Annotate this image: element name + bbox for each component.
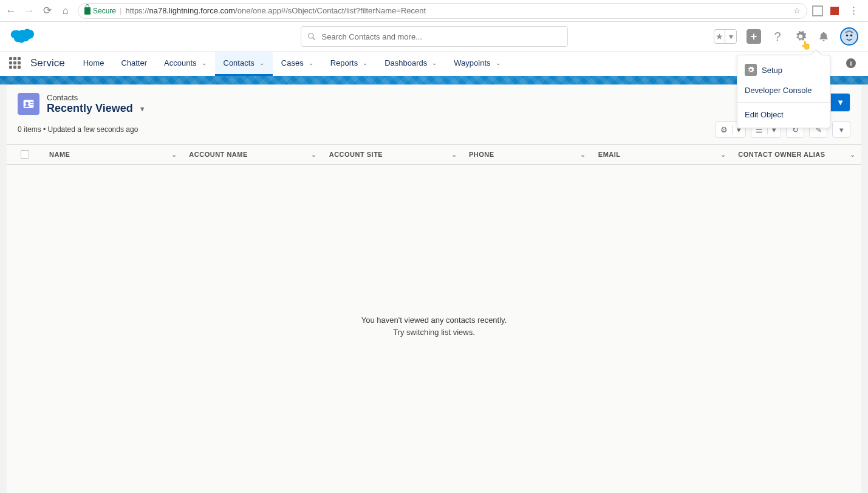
browser-url-bar[interactable]: Secure | https://na78.lightning.force.co…: [78, 3, 807, 19]
nav-item-contacts[interactable]: Contacts⌄: [215, 52, 273, 74]
setup-dropdown-menu: Setup Developer Console Edit Object: [737, 55, 830, 84]
nav-item-cases[interactable]: Cases⌄: [273, 52, 322, 74]
svg-point-4: [850, 35, 852, 36]
svg-point-3: [846, 35, 848, 36]
url-text: https://na78.lightning.force.com/one/one…: [125, 6, 426, 15]
secure-indicator: Secure: [84, 7, 116, 15]
chevron-down-icon: ▾: [725, 30, 736, 43]
lock-icon: [84, 7, 91, 15]
nav-item-home[interactable]: Home: [75, 52, 113, 74]
global-search-input[interactable]: Search Contacts and more...: [301, 26, 568, 47]
nav-info: i: [846, 52, 863, 74]
global-actions: ★▾ + ?: [714, 27, 858, 46]
browser-chrome: ← → ⟳ ⌂ Secure | https://na78.lightning.…: [0, 0, 868, 22]
cursor-pointer-icon: 👆: [801, 40, 811, 50]
browser-forward-icon[interactable]: →: [23, 5, 35, 17]
secure-label: Secure: [93, 7, 116, 15]
global-header: Search Contacts and more... ★▾ + ?: [0, 22, 868, 51]
global-add-button[interactable]: +: [747, 29, 761, 44]
browser-home-icon[interactable]: ⌂: [60, 5, 72, 17]
app-launcher-icon[interactable]: [5, 52, 24, 74]
favorites-button[interactable]: ★▾: [714, 29, 737, 44]
nav-item-waypoints[interactable]: Waypoints⌄: [445, 52, 508, 74]
chevron-down-icon[interactable]: ⌄: [309, 60, 313, 66]
menu-item-developer-console[interactable]: Developer Console: [737, 81, 830, 84]
browser-extensions: ⋮: [813, 4, 863, 17]
url-separator: |: [120, 6, 121, 15]
nav-item-accounts[interactable]: Accounts⌄: [155, 52, 214, 74]
star-icon: ★: [714, 30, 725, 43]
search-icon: [307, 32, 316, 41]
extension-tabs-icon[interactable]: [813, 7, 822, 15]
search-placeholder: Search Contacts and more...: [322, 32, 422, 41]
notifications-bell-icon[interactable]: [817, 30, 830, 43]
nav-item-dashboards[interactable]: Dashboards⌄: [376, 52, 445, 74]
browser-menu-icon[interactable]: ⋮: [847, 4, 859, 17]
nav-item-reports[interactable]: Reports⌄: [322, 52, 377, 74]
user-avatar[interactable]: [840, 27, 858, 46]
browser-back-icon[interactable]: ←: [5, 5, 17, 17]
menu-item-setup[interactable]: Setup: [737, 59, 830, 81]
chevron-down-icon[interactable]: ⌄: [363, 60, 367, 66]
extension-red-icon[interactable]: [830, 7, 839, 15]
menu-label-setup: Setup: [762, 66, 782, 75]
chevron-down-icon[interactable]: ⌄: [496, 60, 501, 66]
salesforce-logo[interactable]: [10, 28, 34, 45]
chevron-down-icon[interactable]: ⌄: [259, 60, 264, 66]
app-name: Service: [24, 52, 75, 74]
nav-item-chatter[interactable]: Chatter: [112, 52, 155, 74]
help-icon[interactable]: ?: [771, 30, 784, 43]
bookmark-star-icon[interactable]: ☆: [793, 6, 801, 15]
chevron-down-icon[interactable]: ⌄: [202, 60, 207, 66]
gear-icon: [745, 64, 757, 76]
browser-reload-icon[interactable]: ⟳: [41, 4, 53, 17]
global-search: Search Contacts and more...: [301, 26, 568, 47]
svg-point-0: [308, 33, 313, 38]
info-icon[interactable]: i: [846, 58, 856, 68]
chevron-down-icon[interactable]: ⌄: [432, 60, 437, 66]
svg-line-1: [312, 38, 315, 40]
